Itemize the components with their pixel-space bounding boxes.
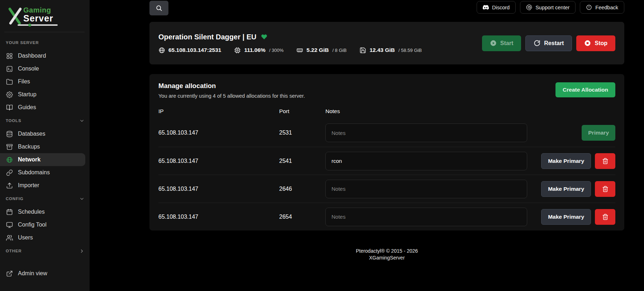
allocation-port: 2531: [279, 130, 325, 136]
allocation-row: 65.108.103.147 2541 Make Primary: [158, 147, 615, 175]
sidebar-item-config-tool[interactable]: Config Tool: [0, 218, 90, 231]
disk-usage: 12.43 GiB: [369, 47, 395, 53]
create-allocation-button[interactable]: Create Allocation: [555, 82, 615, 97]
section-label: CONFIG: [6, 197, 24, 201]
discord-label: Discord: [492, 5, 510, 10]
sidebar-item-databases[interactable]: Databases: [0, 127, 90, 140]
sidebar-item-label: Users: [18, 234, 33, 241]
notes-input[interactable]: [325, 208, 527, 226]
sidebar-item-label: Startup: [18, 91, 37, 98]
power-actions: Start Restart Stop: [482, 35, 615, 51]
sidebar-item-guides[interactable]: Guides: [0, 101, 90, 114]
at-sign-icon: [526, 4, 532, 10]
folder-icon: [6, 78, 13, 85]
notes-input[interactable]: [325, 180, 527, 198]
make-primary-button[interactable]: Make Primary: [541, 209, 591, 225]
primary-badge-button[interactable]: Primary: [582, 125, 615, 141]
section-tools[interactable]: TOOLS: [0, 114, 90, 127]
sidebar-item-label: Admin view: [18, 270, 47, 277]
delete-allocation-button[interactable]: [595, 153, 615, 169]
play-circle-icon: [490, 40, 497, 47]
globe-icon: [158, 47, 165, 54]
brand-underline: [18, 24, 58, 26]
server-title-row: Operation Silent Dagger | EU: [158, 33, 422, 41]
allocation-actions: Make Primary: [541, 153, 615, 169]
memory-icon: [296, 47, 303, 54]
chevron-down-icon: [79, 118, 85, 123]
start-button[interactable]: Start: [482, 35, 521, 51]
users-icon: [6, 234, 13, 241]
sidebar-item-schedules[interactable]: Schedules: [0, 205, 90, 218]
sidebar-item-admin-view[interactable]: Admin view: [0, 267, 90, 280]
sidebar-item-users[interactable]: Users: [0, 231, 90, 244]
table-header-row: IP Port Notes: [158, 104, 615, 119]
server-address-stat: 65.108.103.147:2531: [158, 47, 221, 54]
sidebar-item-subdomains[interactable]: Subdomains: [0, 166, 90, 179]
sidebar-nav: YOUR SERVER Dashboard Console Files: [0, 32, 90, 291]
sidebar-item-label: Databases: [18, 131, 46, 137]
main-content: Discord Support center Feedback Operatio…: [90, 0, 644, 291]
section-config[interactable]: CONFIG: [0, 192, 90, 205]
restart-button[interactable]: Restart: [525, 35, 572, 51]
allocation-ip: 65.108.103.147: [158, 130, 279, 136]
archive-icon: [6, 143, 13, 150]
dashboard-icon: [6, 52, 13, 59]
support-center-button[interactable]: Support center: [520, 1, 576, 14]
allocation-row: 65.108.103.147 2646 Make Primary: [158, 175, 615, 203]
trash-icon: [602, 214, 609, 220]
allocation-subtitle: You are currently using 4 of 5 allowed a…: [158, 93, 615, 99]
support-center-label: Support center: [535, 5, 569, 10]
discord-button[interactable]: Discord: [477, 1, 516, 14]
sidebar-item-importer[interactable]: Importer: [0, 179, 90, 192]
server-memory-stat: 5.22 GiB / 8 GiB: [296, 47, 347, 54]
allocation-port: 2541: [279, 158, 325, 164]
section-label: OTHER: [6, 249, 22, 253]
feedback-button[interactable]: Feedback: [580, 1, 624, 14]
delete-allocation-button[interactable]: [595, 181, 615, 197]
brand-logo[interactable]: Gaming Server: [0, 0, 90, 32]
cpu-icon: [234, 47, 241, 54]
make-primary-button[interactable]: Make Primary: [541, 153, 591, 169]
sidebar-item-dashboard[interactable]: Dashboard: [0, 49, 90, 62]
server-info: Operation Silent Dagger | EU 65.108.103.…: [158, 33, 422, 54]
search-button[interactable]: [149, 1, 168, 15]
notes-input[interactable]: [325, 123, 527, 142]
notes-input[interactable]: [325, 152, 527, 170]
restart-label: Restart: [544, 40, 564, 47]
upload-icon: [6, 182, 13, 189]
allocation-table: IP Port Notes 65.108.103.147 2531 Primar…: [158, 104, 615, 231]
sidebar-item-label: Importer: [18, 182, 39, 189]
sidebar-item-files[interactable]: Files: [0, 75, 90, 88]
alert-circle-icon: [586, 4, 592, 10]
app-root: Gaming Server YOUR SERVER Dashboard Cons…: [0, 0, 644, 291]
topbar: Discord Support center Feedback: [149, 0, 624, 15]
server-cpu-stat: 111.06% / 300%: [234, 47, 283, 54]
sidebar-item-startup[interactable]: Startup: [0, 88, 90, 101]
memory-limit: / 8 GiB: [332, 48, 347, 53]
sidebar-item-network[interactable]: Network: [0, 153, 85, 166]
server-disk-stat: 12.43 GiB / 58.59 GiB: [359, 47, 422, 54]
cpu-usage: 111.06%: [244, 47, 265, 53]
chevron-right-icon: [79, 248, 85, 254]
section-your-server: YOUR SERVER: [0, 36, 90, 49]
sidebar-item-label: Dashboard: [18, 53, 46, 59]
start-label: Start: [500, 40, 513, 47]
cpu-limit: / 300%: [269, 48, 283, 53]
monitor-icon: [6, 221, 13, 228]
make-primary-button[interactable]: Make Primary: [541, 181, 591, 197]
section-other[interactable]: OTHER: [0, 244, 90, 258]
sidebar-item-label: Subdomains: [18, 169, 50, 176]
footer: Pterodactyl® © 2015 - 2026 XGamingServer: [149, 248, 624, 261]
calendar-icon: [6, 208, 13, 215]
sidebar-item-backups[interactable]: Backups: [0, 140, 90, 153]
footer-brand: XGamingServer: [149, 254, 624, 261]
stop-button[interactable]: Stop: [576, 35, 615, 51]
external-link-icon: [6, 270, 13, 277]
header-port: Port: [279, 108, 325, 115]
sidebar-item-label: Files: [18, 78, 30, 85]
sidebar-item-console[interactable]: Console: [0, 62, 90, 75]
section-label: TOOLS: [6, 118, 21, 123]
sidebar-item-label: Config Tool: [18, 222, 47, 228]
server-header-card: Operation Silent Dagger | EU 65.108.103.…: [149, 22, 624, 64]
delete-allocation-button[interactable]: [595, 209, 615, 225]
